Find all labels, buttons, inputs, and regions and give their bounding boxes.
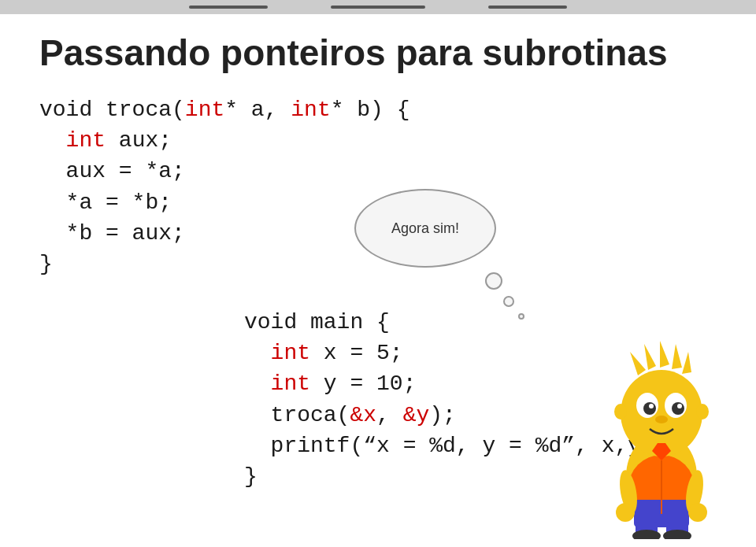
bubble-text: Agora sim! (391, 220, 459, 237)
svg-marker-24 (660, 341, 669, 368)
code-line-2: int aux; (39, 125, 410, 156)
bubble-dot-2 (503, 296, 514, 307)
thought-bubble: Agora sim! (354, 189, 496, 268)
svg-point-17 (649, 404, 654, 408)
code-void-kw: void (39, 98, 106, 122)
svg-point-18 (677, 404, 682, 408)
bart-image (591, 319, 732, 523)
code-int-kw-1: int (185, 98, 224, 122)
svg-point-19 (655, 416, 668, 423)
svg-point-20 (614, 404, 627, 419)
code-int-x: int (271, 341, 310, 365)
code-star-b: * b) { (331, 98, 410, 122)
code-line-3: aux = *a; (39, 156, 410, 187)
bubble-dot-1 (485, 272, 502, 290)
top-bar-line1 (189, 6, 268, 9)
svg-marker-22 (630, 352, 646, 375)
code-int-y: int (271, 371, 310, 396)
code-int-kw-2: int (291, 98, 330, 122)
svg-point-10 (688, 503, 707, 522)
svg-point-21 (696, 404, 709, 419)
code-ampx: &x (350, 403, 376, 427)
top-bar (0, 0, 756, 14)
svg-marker-25 (672, 344, 682, 369)
code-int-aux: int (66, 128, 106, 153)
svg-point-16 (672, 402, 684, 415)
code-ampy: &y (403, 403, 430, 427)
bubble-main: Agora sim! (354, 189, 496, 268)
top-bar-line2 (331, 6, 425, 9)
code-func-name: troca( (106, 98, 185, 122)
svg-marker-23 (644, 344, 656, 370)
code-line-1: void troca(int* a, int* b) { (39, 94, 410, 125)
svg-marker-26 (682, 352, 691, 374)
page-title: Passando ponteiros para subrotinas (39, 31, 668, 74)
svg-point-15 (643, 402, 656, 415)
svg-point-9 (616, 503, 635, 522)
code-star-a: * a, (224, 98, 291, 122)
top-bar-line3 (488, 6, 567, 9)
